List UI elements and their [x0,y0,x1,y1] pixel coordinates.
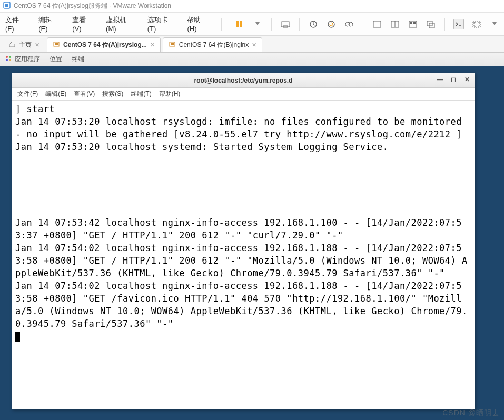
console-icon[interactable] [453,19,464,29]
term-menu-help[interactable]: 帮助(H) [159,89,181,98]
tab-vm-b-close-icon[interactable]: ✕ [252,42,256,48]
snapshot-revert-icon[interactable] [326,19,337,29]
svg-rect-3 [240,21,242,27]
terminal-close-icon[interactable]: ✕ [463,75,471,84]
tab-vm-a-close-icon[interactable]: ✕ [150,42,155,48]
tab-home[interactable]: 主页 ✕ [3,37,45,52]
svg-marker-4 [255,22,260,25]
view-single-icon[interactable] [372,19,382,29]
vm-icon [53,41,60,49]
terminal-titlebar[interactable]: root@localhost:/etc/yum.repos.d — ◻ ✕ [12,73,475,88]
svg-rect-2 [236,21,239,27]
unity-icon[interactable] [426,19,436,29]
watermark: CSDN @晒明去 [442,408,500,418]
terminal-cursor [15,332,20,342]
tab-vm-a[interactable]: CentOS 7 64 位(A)|rsyslog... ✕ [47,37,161,52]
svg-rect-11 [373,21,381,27]
send-ctrl-alt-del-icon[interactable] [280,19,291,29]
menu-edit[interactable]: 编辑(E) [37,13,62,35]
menu-vm[interactable]: 虚拟机(M) [105,13,137,35]
tab-vm-b-label: CentOS 7 64 位(B)|nginx [179,41,249,49]
term-menu-view[interactable]: 查看(V) [74,89,95,98]
svg-rect-15 [410,22,412,24]
fullscreen-dropdown-icon[interactable] [489,19,500,29]
term-menu-file[interactable]: 文件(F) [17,89,38,98]
menu-view[interactable]: 查看(V) [71,13,95,35]
view-split-icon[interactable] [390,19,400,29]
svg-rect-16 [413,22,416,24]
guest-applications-menu[interactable]: 应用程序 [5,55,40,64]
pause-icon[interactable] [234,19,245,29]
vmware-tabbar: 主页 ✕ CentOS 7 64 位(A)|rsyslog... ✕ CentO… [0,36,504,53]
tab-home-label: 主页 [19,41,32,49]
svg-point-27 [9,56,11,58]
guest-places-menu[interactable]: 位置 [50,55,62,64]
svg-point-28 [6,59,8,61]
svg-point-8 [328,21,334,27]
tab-vm-b[interactable]: CentOS 7 64 位(B)|nginx ✕ [163,37,263,52]
toolbar-divider [221,18,222,31]
tab-home-close-icon[interactable]: ✕ [35,42,39,48]
vmware-titlebar: CentOS 7 64 位(A)|rsyslog服务端 - VMware Wor… [0,0,504,13]
toolbar-divider2 [271,18,272,31]
terminal-window: root@localhost:/etc/yum.repos.d — ◻ ✕ 文件… [12,73,475,409]
guest-desktop: root@localhost:/etc/yum.repos.d — ◻ ✕ 文件… [0,66,504,420]
apps-icon [5,55,12,63]
snapshot-manager-icon[interactable] [344,19,354,29]
tab-vm-a-label: CentOS 7 64 位(A)|rsyslog... [63,41,147,49]
dropdown-icon[interactable] [252,19,263,29]
svg-marker-21 [492,22,497,25]
guest-terminal-menu[interactable]: 终端 [72,55,84,64]
snapshot-icon[interactable] [308,19,319,29]
svg-point-29 [9,59,11,61]
svg-point-26 [6,56,8,58]
svg-point-10 [349,22,353,26]
terminal-minimize-icon[interactable]: — [436,75,444,84]
fullscreen-icon[interactable] [471,19,482,29]
terminal-maximize-icon[interactable]: ◻ [449,75,458,84]
vmware-logo-icon [3,2,11,11]
terminal-menubar: 文件(F) 编辑(E) 查看(V) 搜索(S) 终端(T) 帮助(H) [12,88,475,101]
toolbar-divider4 [363,18,363,31]
svg-rect-14 [409,21,417,27]
guest-top-panel: 应用程序 位置 终端 [0,53,504,66]
terminal-output[interactable]: ] start Jan 14 07:53:20 localhost rsyslo… [12,101,475,409]
term-menu-edit[interactable]: 编辑(E) [45,89,66,98]
guest-applications-label: 应用程序 [15,55,40,64]
svg-rect-1 [5,4,8,7]
menu-file[interactable]: 文件(F) [4,13,28,35]
svg-rect-25 [171,43,174,45]
term-menu-terminal[interactable]: 终端(T) [131,89,151,98]
terminal-title: root@localhost:/etc/yum.repos.d [194,77,292,84]
menu-tabs[interactable]: 选项卡(T) [146,13,177,35]
menu-help[interactable]: 帮助(H) [186,13,211,35]
vmware-menubar: 文件(F) 编辑(E) 查看(V) 虚拟机(M) 选项卡(T) 帮助(H) [0,13,504,36]
vmware-toolbar [234,18,500,31]
view-thumbnail-icon[interactable] [408,19,418,29]
svg-rect-23 [55,43,58,45]
toolbar-divider5 [444,18,445,31]
home-icon [8,41,16,49]
vm-icon [169,41,176,49]
toolbar-divider3 [299,18,300,31]
vmware-window-title: CentOS 7 64 位(A)|rsyslog服务端 - VMware Wor… [14,2,171,11]
term-menu-search[interactable]: 搜索(S) [102,89,123,98]
